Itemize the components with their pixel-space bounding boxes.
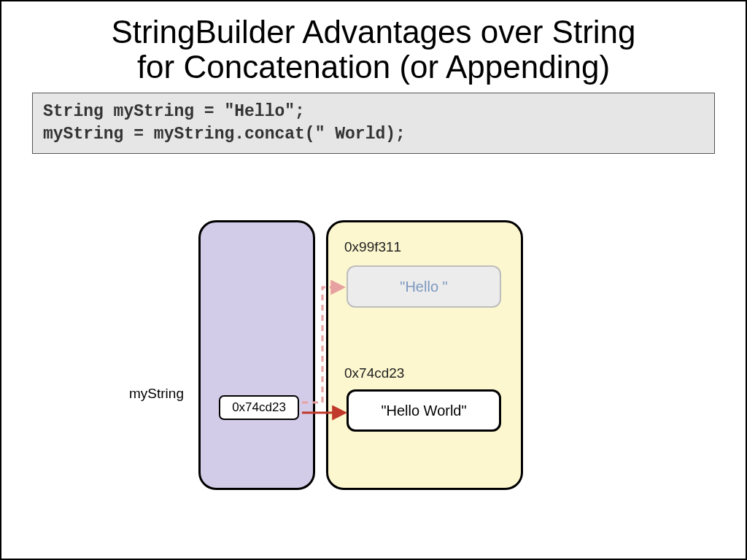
heap-object-new: "Hello World" — [347, 389, 501, 432]
title-line-1: StringBuilder Advantages over String — [111, 14, 635, 50]
title-line-2: for Concatenation (or Appending) — [137, 49, 610, 85]
code-snippet: String myString = "Hello"; myString = my… — [32, 93, 715, 154]
slide-frame: StringBuilder Advantages over String for… — [0, 0, 747, 560]
stack-region — [198, 220, 315, 490]
heap-object-old: "Hello " — [347, 265, 501, 308]
heap-address-old: 0x99f311 — [344, 239, 401, 255]
slide-title: StringBuilder Advantages over String for… — [31, 15, 716, 85]
heap-address-new: 0x74cd23 — [344, 365, 404, 381]
heap-region — [326, 220, 523, 490]
variable-label: myString — [129, 386, 184, 402]
pointer-box: 0x74cd23 — [219, 395, 299, 420]
memory-diagram: myString 0x74cd23 0x99f311 "Hello " 0x74… — [1, 198, 746, 512]
